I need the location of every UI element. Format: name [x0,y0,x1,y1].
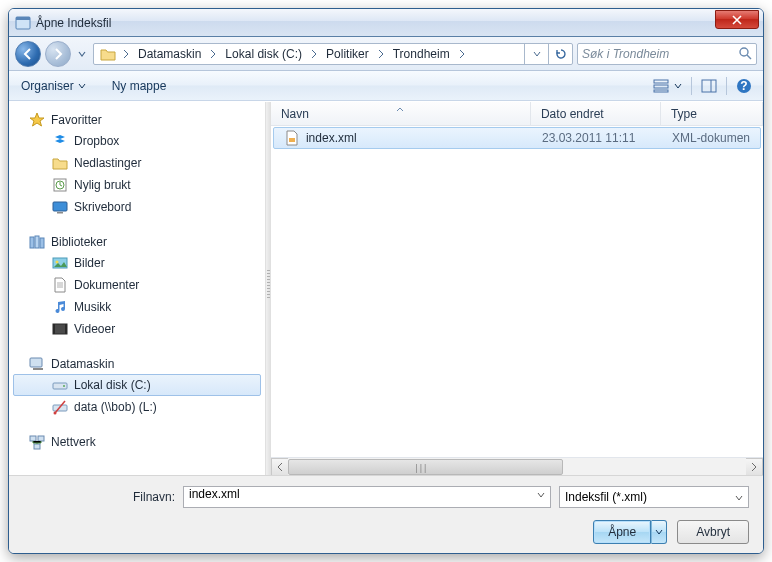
svg-rect-12 [53,202,67,211]
navigation-bar: Datamaskin Lokal disk (C:) Politiker Tro… [9,37,763,71]
command-bar: Organiser Ny mappe ? [9,71,763,101]
folder-icon [52,155,68,171]
splitter[interactable] [265,102,271,475]
libraries-header[interactable]: Biblioteker [9,232,265,252]
svg-rect-29 [38,436,44,441]
filetype-filter[interactable]: Indeksfil (*.xml) [559,486,749,508]
svg-point-25 [63,385,65,387]
libraries-icon [29,234,45,250]
filename-label: Filnavn: [133,490,175,504]
nav-item-desktop[interactable]: Skrivebord [13,196,261,218]
breadcrumb-item[interactable]: Trondheim [387,44,456,64]
nav-item-downloads[interactable]: Nedlastinger [13,152,261,174]
svg-text:?: ? [740,79,747,93]
view-dropdown[interactable] [672,75,684,97]
svg-point-18 [56,261,59,264]
svg-rect-13 [57,212,63,214]
svg-rect-5 [654,90,668,92]
svg-rect-22 [30,358,42,367]
svg-rect-31 [289,138,295,142]
chevron-down-icon [735,490,743,504]
svg-rect-28 [30,436,36,441]
nav-item-local-disk[interactable]: Lokal disk (C:) [13,374,261,396]
nav-item-network-drive[interactable]: data (\\bob) (L:) [13,396,261,418]
preview-pane-button[interactable] [698,75,720,97]
svg-point-2 [740,48,748,56]
address-bar[interactable]: Datamaskin Lokal disk (C:) Politiker Tro… [93,43,573,65]
svg-rect-20 [53,324,55,334]
history-dropdown[interactable] [75,44,89,64]
scroll-thumb[interactable]: ||| [288,459,563,475]
chevron-right-icon[interactable] [207,44,219,64]
filename-dropdown[interactable] [537,487,545,501]
sort-asc-icon [396,101,404,115]
scroll-right-arrow[interactable] [746,458,763,476]
chevron-right-icon[interactable] [308,44,320,64]
file-list-pane: Navn Dato endret Type index.xml 23.03.20… [271,102,763,475]
nav-item-recent[interactable]: Nylig brukt [13,174,261,196]
chevron-right-icon[interactable] [120,44,132,64]
chevron-right-icon[interactable] [375,44,387,64]
dropbox-icon [52,133,68,149]
svg-rect-14 [30,237,34,248]
breadcrumb-item[interactable]: Politiker [320,44,375,64]
address-dropdown[interactable] [524,43,548,65]
horizontal-scrollbar[interactable]: ||| [271,457,763,475]
svg-rect-16 [40,238,44,248]
svg-rect-3 [654,80,668,83]
network-drive-icon [52,399,68,415]
pictures-icon [52,255,68,271]
breadcrumb-item[interactable]: Datamaskin [132,44,207,64]
open-dropdown[interactable] [651,520,667,544]
star-icon [29,112,45,128]
svg-rect-19 [53,324,67,334]
help-button[interactable]: ? [733,75,755,97]
column-type[interactable]: Type [661,102,763,125]
nav-item-pictures[interactable]: Bilder [13,252,261,274]
column-name[interactable]: Navn [271,102,531,125]
network-icon [29,434,45,450]
new-folder-button[interactable]: Ny mappe [108,77,171,95]
file-row[interactable]: index.xml 23.03.2011 11:11 XML-dokumen [273,127,761,149]
view-mode-button[interactable] [649,74,685,98]
chevron-right-icon[interactable] [456,44,468,64]
refresh-button[interactable] [548,43,572,65]
nav-item-documents[interactable]: Dokumenter [13,274,261,296]
app-icon [15,15,31,31]
breadcrumb-item[interactable]: Lokal disk (C:) [219,44,308,64]
nav-item-videos[interactable]: Videoer [13,318,261,340]
svg-point-27 [54,412,57,415]
scroll-left-arrow[interactable] [271,458,288,476]
nav-item-music[interactable]: Musikk [13,296,261,318]
desktop-icon [52,199,68,215]
recent-icon [52,177,68,193]
music-icon [52,299,68,315]
back-button[interactable] [15,41,41,67]
open-button[interactable]: Åpne [593,520,651,544]
video-icon [52,321,68,337]
filename-input[interactable]: index.xml [183,486,551,508]
svg-rect-4 [654,85,668,88]
search-placeholder: Søk i Trondheim [582,47,669,61]
folder-icon [100,46,116,62]
favorites-header[interactable]: Favoritter [9,110,265,130]
svg-rect-30 [34,444,40,449]
network-header[interactable]: Nettverk [9,432,265,452]
svg-rect-6 [702,80,716,92]
open-split-button[interactable]: Åpne [593,520,667,544]
svg-rect-1 [16,17,30,20]
cancel-button[interactable]: Avbryt [677,520,749,544]
svg-rect-21 [65,324,67,334]
forward-button[interactable] [45,41,71,67]
bottom-bar: Filnavn: index.xml Indeksfil (*.xml) Åpn… [9,475,763,553]
file-name: index.xml [306,131,357,145]
column-date[interactable]: Dato endret [531,102,661,125]
organize-menu[interactable]: Organiser [17,77,90,95]
computer-header[interactable]: Datamaskin [9,354,265,374]
close-button[interactable] [715,10,759,29]
nav-item-dropbox[interactable]: Dropbox [13,130,261,152]
search-input[interactable]: Søk i Trondheim [577,43,757,65]
column-headers: Navn Dato endret Type [271,102,763,126]
drive-icon [52,377,68,393]
xml-file-icon [284,130,300,146]
